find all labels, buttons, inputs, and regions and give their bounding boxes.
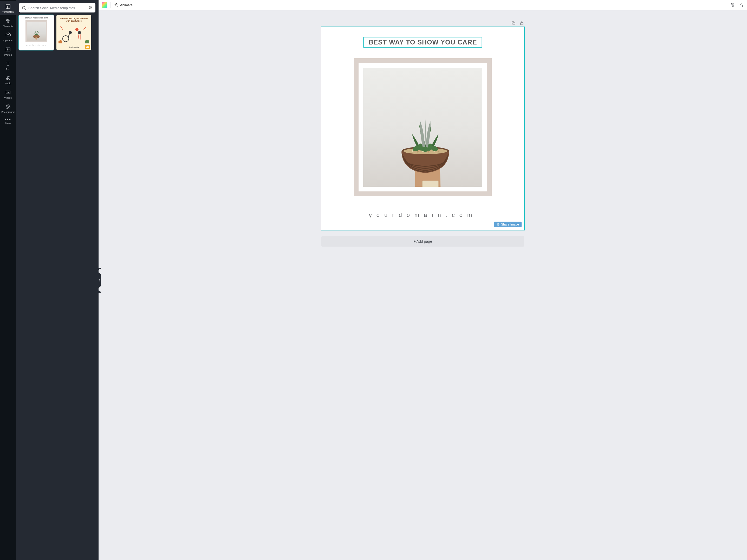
background-icon: [5, 104, 11, 109]
text-icon: [5, 61, 11, 67]
thumb-title: International Day of Persons with Disabi…: [58, 17, 89, 22]
svg-line-20: [25, 8, 26, 9]
animate-label: Animate: [120, 3, 133, 7]
thumb-frame: [25, 20, 47, 42]
page-controls: [321, 21, 524, 25]
svg-line-17: [7, 106, 10, 109]
search-input[interactable]: [28, 6, 86, 10]
main-area: Animate BEST WAY TO SHOW YOU CARE: [99, 0, 747, 560]
share-label: Share Image: [501, 223, 519, 226]
svg-point-3: [6, 19, 7, 21]
design-canvas[interactable]: BEST WAY TO SHOW YOU CARE: [321, 27, 524, 230]
svg-point-26: [89, 8, 90, 9]
svg-line-15: [6, 105, 8, 107]
lock-icon[interactable]: [739, 3, 744, 8]
svg-marker-5: [7, 21, 9, 23]
svg-rect-40: [513, 22, 515, 25]
svg-point-7: [7, 49, 8, 50]
thumb-footer: yourdomain.com: [26, 44, 47, 46]
side-panel: BEST WAY TO SHOW YOU CARE yourdomain: [16, 0, 99, 560]
plant-icon: [31, 28, 41, 40]
search-box[interactable]: [19, 3, 96, 12]
nav-background[interactable]: Background: [0, 101, 16, 116]
nav-label: Background: [1, 110, 15, 113]
thumb-title: BEST WAY TO SHOW YOU CARE: [25, 17, 48, 19]
nav-templates[interactable]: Templates: [0, 1, 16, 15]
layers-icon: [497, 223, 500, 226]
template-grid: BEST WAY TO SHOW YOU CARE yourdomain: [16, 15, 99, 50]
svg-rect-0: [6, 4, 10, 9]
svg-point-19: [22, 6, 25, 9]
elements-icon: [5, 18, 11, 24]
export-page-icon[interactable]: [519, 21, 524, 25]
share-image-button[interactable]: Share Image: [494, 222, 521, 227]
svg-point-22: [89, 6, 90, 7]
nav-photos[interactable]: Photos: [0, 44, 16, 58]
svg-point-37: [115, 4, 117, 6]
animate-icon: [114, 3, 119, 7]
add-page-button[interactable]: + Add page: [321, 236, 524, 247]
nav-label: Audio: [5, 82, 11, 85]
more-icon: •••: [5, 118, 11, 121]
nav-more[interactable]: ••• More: [0, 116, 16, 127]
videos-icon: [5, 90, 11, 95]
headline-text: BEST WAY TO SHOW YOU CARE: [368, 39, 477, 46]
collapse-panel-button[interactable]: [98, 272, 101, 288]
photos-icon: [5, 47, 11, 52]
svg-point-32: [75, 28, 79, 31]
template-thumb-2[interactable]: International Day of Persons with Disabi…: [56, 15, 91, 50]
svg-point-38: [114, 3, 118, 7]
photo-image: [363, 68, 482, 187]
svg-rect-39: [740, 5, 743, 7]
nav-label: Templates: [2, 10, 14, 13]
top-toolbar: Animate: [99, 0, 747, 10]
background-color-picker[interactable]: [102, 2, 107, 8]
nav-label: Videos: [4, 96, 12, 99]
svg-line-31: [83, 26, 86, 30]
nav-label: Elements: [3, 25, 13, 28]
svg-line-30: [60, 26, 63, 30]
search-icon: [22, 5, 26, 10]
animate-button[interactable]: Animate: [114, 3, 133, 7]
svg-point-49: [438, 151, 439, 152]
templates-icon: [5, 4, 11, 9]
nav-audio[interactable]: Audio: [0, 73, 16, 87]
nav-videos[interactable]: Videos: [0, 87, 16, 101]
template-thumb-1[interactable]: BEST WAY TO SHOW YOU CARE yourdomain: [19, 15, 54, 50]
svg-point-11: [8, 78, 10, 80]
svg-point-24: [91, 7, 92, 8]
svg-rect-28: [33, 35, 40, 37]
uploads-icon: [5, 32, 11, 38]
svg-rect-29: [35, 37, 37, 40]
nav-uploads[interactable]: Uploads: [0, 30, 16, 44]
svg-rect-4: [8, 19, 9, 21]
audio-icon: [5, 75, 11, 81]
nav-label: Text: [6, 68, 10, 71]
svg-point-10: [6, 79, 7, 80]
nav-rail: Templates Elements Uploads Photos Text A…: [0, 0, 16, 560]
nav-text[interactable]: Text: [0, 58, 16, 73]
photo-frame[interactable]: [354, 58, 492, 196]
nav-label: Photos: [4, 53, 12, 56]
duplicate-page-icon[interactable]: [511, 21, 516, 25]
svg-point-36: [78, 31, 81, 34]
svg-point-34: [63, 36, 69, 42]
canvas-scroll[interactable]: BEST WAY TO SHOW YOU CARE: [99, 10, 747, 560]
svg-marker-13: [8, 92, 9, 93]
thumb-footer: @reallygreatsite: [69, 46, 79, 48]
filter-icon[interactable]: [88, 5, 93, 10]
thumb-art: [58, 25, 89, 44]
chevron-left-icon: [98, 279, 100, 282]
style-copy-icon[interactable]: [730, 3, 735, 8]
nav-label: More: [5, 122, 11, 125]
nav-elements[interactable]: Elements: [0, 15, 16, 30]
headline-selection[interactable]: BEST WAY TO SHOW YOU CARE: [363, 37, 482, 48]
domain-text[interactable]: yourdomain.com: [321, 212, 524, 219]
divider: [110, 2, 111, 8]
svg-point-45: [417, 151, 419, 153]
svg-rect-56: [423, 181, 438, 187]
svg-point-35: [69, 31, 72, 34]
svg-line-14: [6, 105, 7, 106]
plant-illustration: [385, 97, 461, 187]
photo-mat: [359, 63, 487, 192]
